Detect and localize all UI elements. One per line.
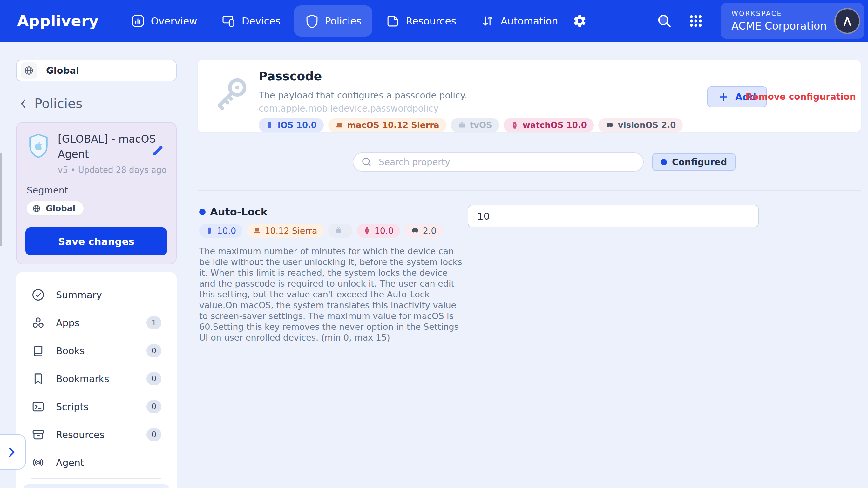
macbook-icon [335, 121, 343, 129]
menu-divider [31, 479, 161, 479]
workspace-switcher[interactable]: WORKSPACE ACME Corporation [720, 3, 864, 39]
payload-platform-chips: iOS 10.0 macOS 10.12 Sierra tvOS watchOS… [259, 118, 683, 132]
terminal-icon [31, 400, 45, 414]
sidebar-expand-button[interactable] [0, 434, 26, 469]
scope-label: Global [46, 65, 79, 76]
workspace-info: WORKSPACE ACME Corporation [732, 10, 827, 32]
count-badge: 0 [147, 344, 161, 358]
sidebar-item-books[interactable]: Books 0 [23, 337, 170, 365]
macbook-icon [253, 227, 261, 235]
policy-title: [GLOBAL] - macOS Agent [58, 131, 159, 162]
tv-icon [335, 227, 342, 235]
payload-description: The payload that configures a passcode p… [259, 90, 683, 101]
nav-item-resources[interactable]: Resources [375, 5, 467, 36]
sidebar-item-bookmarks[interactable]: Bookmarks 0 [23, 365, 170, 393]
auto-lock-value-input[interactable] [468, 205, 759, 227]
nav-item-automation[interactable]: Automation [470, 5, 569, 36]
search-input[interactable] [379, 157, 643, 167]
resources-icon [386, 14, 400, 28]
content-divider [197, 190, 861, 191]
sidebar-item-label: Books [56, 345, 85, 357]
property-description: The maximum number of minutes for which … [199, 246, 465, 343]
platform-chip-tvos [328, 224, 352, 238]
count-badge: 1 [147, 316, 161, 330]
payload-bundle-id: com.apple.mobiledevice.passwordpolicy [259, 103, 683, 114]
save-changes-button[interactable]: Save changes [25, 227, 167, 255]
workspace-avatar[interactable] [836, 9, 859, 33]
apps-grid-button[interactable] [689, 14, 703, 28]
segment-label: Segment [27, 185, 167, 196]
iphone-icon [206, 227, 213, 235]
payload-title: Passcode [259, 69, 683, 83]
watch-icon [363, 227, 371, 235]
platform-chip-ios: iOS 10.0 [259, 118, 324, 132]
policy-card-header: [GLOBAL] - macOS Agent v5 • Updated 28 d… [25, 131, 167, 175]
selected-payload-row[interactable] [23, 484, 170, 488]
property-name: Auto-Lock [210, 206, 268, 218]
sidebar-item-label: Summary [56, 289, 102, 301]
platform-chip-watchos: watchOS 10.0 [503, 118, 594, 132]
broadcast-icon [31, 456, 45, 469]
segment-chip[interactable]: Global [26, 201, 84, 216]
workspace-label: WORKSPACE [732, 10, 827, 18]
nav-item-devices[interactable]: Devices [211, 5, 291, 36]
applivery-a-icon [840, 14, 854, 28]
back-title: Policies [34, 96, 83, 111]
tv-icon [458, 121, 466, 129]
property-platform-chips: 10.0 10.12 Sierra 10.0 2.0 [199, 224, 466, 238]
globe-icon [32, 204, 41, 213]
sidebar-item-apps[interactable]: Apps 1 [23, 309, 170, 337]
platform-chip-visionos: 2.0 [404, 224, 443, 238]
sidebar: Global Policies [GLOBAL] - macOS Agent v… [16, 60, 177, 488]
chevron-right-icon [5, 446, 18, 458]
nav-item-label: Automation [501, 15, 558, 27]
brand-logo[interactable]: Applivery [17, 12, 99, 30]
plus-icon [718, 92, 729, 102]
sidebar-item-scripts[interactable]: Scripts 0 [23, 393, 170, 421]
sidebar-scrollbar-thumb[interactable] [0, 153, 2, 246]
grid-icon [689, 14, 703, 28]
sidebar-item-label: Scripts [56, 401, 89, 413]
scope-selector[interactable]: Global [16, 60, 177, 81]
remove-configuration-link[interactable]: Remove configuration [746, 92, 856, 102]
nav-item-policies[interactable]: Policies [294, 5, 372, 36]
settings-gear-button[interactable] [572, 14, 587, 28]
apple-shield-icon [28, 133, 49, 175]
iphone-icon [266, 121, 274, 129]
configured-dot-icon [661, 159, 667, 165]
nav-item-overview[interactable]: Overview [120, 5, 208, 36]
chevron-left-icon [18, 98, 29, 109]
platform-chip-tvos: tvOS [451, 118, 499, 132]
devices-icon [221, 14, 236, 28]
policy-title-block: [GLOBAL] - macOS Agent v5 • Updated 28 d… [58, 131, 159, 175]
search-icon [656, 13, 672, 29]
platform-chip-macos: macOS 10.12 Sierra [328, 118, 446, 132]
policies-back-link[interactable]: Policies [18, 96, 177, 111]
search-icon [361, 156, 372, 168]
configured-dot-icon [199, 209, 206, 215]
count-badge: 0 [147, 400, 161, 413]
vision-icon [411, 226, 419, 235]
edit-policy-button[interactable] [151, 144, 164, 156]
shield-icon [305, 14, 319, 28]
bookmark-icon [31, 372, 45, 386]
sidebar-item-label: Apps [56, 317, 80, 329]
check-circle-icon [31, 288, 45, 302]
nav-item-label: Policies [325, 15, 362, 27]
sidebar-item-agent[interactable]: Agent [23, 449, 170, 477]
pencil-icon [151, 144, 164, 156]
configured-filter-toggle[interactable]: Configured [652, 153, 736, 171]
segment-value: Global [46, 204, 75, 213]
property-search [353, 152, 644, 172]
book-icon [31, 344, 45, 358]
key-icon [212, 74, 250, 113]
sidebar-item-resources[interactable]: Resources 0 [23, 421, 170, 449]
global-search-button[interactable] [656, 13, 672, 29]
platform-chip-macos: 10.12 Sierra [247, 224, 323, 238]
policy-section-menu: Summary Apps 1 Books 0 [16, 272, 177, 488]
overview-icon [131, 14, 145, 28]
sidebar-item-summary[interactable]: Summary [23, 281, 170, 309]
payload-header-card: Passcode The payload that configures a p… [197, 60, 861, 132]
primary-nav: Overview Devices Policies [120, 5, 569, 36]
sidebar-edge-divider [6, 41, 6, 488]
